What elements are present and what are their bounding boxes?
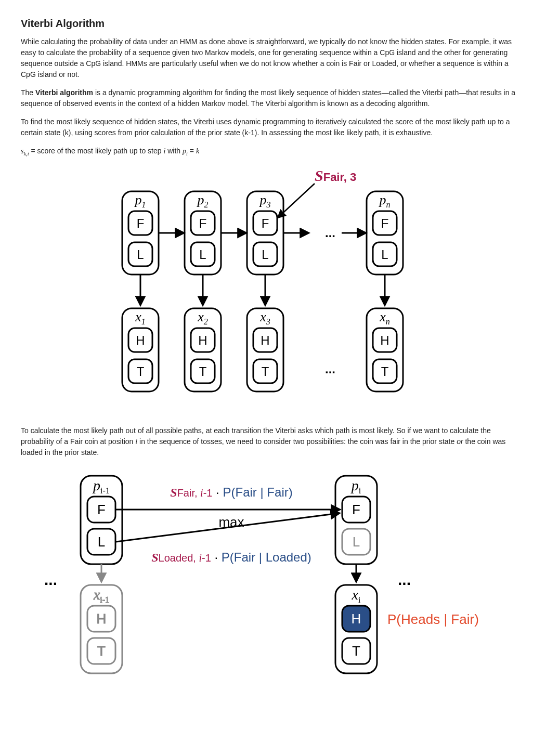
text: The: [21, 88, 35, 97]
state-node-p2: p2 F L: [185, 191, 221, 275]
label-max: max: [218, 514, 244, 530]
state-node-p1: p1 F L: [122, 191, 159, 275]
svg-text:T: T: [137, 364, 145, 379]
svg-text:H: H: [380, 333, 389, 347]
paragraph-2: The Viterbi algorithm is a dynamic progr…: [21, 87, 525, 109]
label-emission: P(Heads | Fair): [387, 611, 479, 627]
svg-text:F: F: [262, 216, 269, 230]
svg-text:L: L: [381, 247, 388, 262]
viterbi-chain-diagram: SFair, 3 p1 F L p2 F L p3 F L pn F L: [86, 165, 460, 415]
obs-node-xi-1: xi-1 H T: [81, 585, 122, 673]
svg-text:T: T: [199, 364, 207, 379]
svg-text:xi-1: xi-1: [93, 586, 109, 604]
svg-text:L: L: [137, 247, 144, 262]
state-node-p3: p3 F L: [247, 191, 283, 275]
text: is a dynamic programming algorithm for f…: [21, 88, 515, 108]
label-sfair-trans: SFair, i-1 · P(Fair | Fair): [170, 485, 292, 499]
section-title: Viterbi Algorithm: [21, 16, 525, 31]
svg-text:H: H: [136, 333, 145, 347]
text: = score of the most likely path up to st…: [29, 147, 164, 155]
svg-text:H: H: [198, 333, 207, 347]
text: in the sequence of tosses, we need to co…: [137, 437, 457, 446]
ellipsis: ...: [325, 362, 335, 376]
svg-text:F: F: [97, 502, 106, 517]
svg-text:F: F: [352, 502, 360, 517]
svg-text:xn: xn: [379, 309, 390, 326]
svg-text:L: L: [98, 534, 105, 550]
obs-node-xn: xn H T: [367, 308, 403, 392]
svg-text:pi: pi: [350, 477, 361, 495]
state-node-pi-1: pi-1 F L: [81, 476, 122, 564]
svg-text:x1: x1: [135, 309, 146, 326]
svg-text:L: L: [199, 247, 206, 262]
svg-text:p1: p1: [134, 192, 146, 209]
svg-text:T: T: [381, 364, 389, 379]
svg-text:H: H: [97, 611, 107, 627]
svg-text:x3: x3: [259, 309, 270, 326]
svg-text:F: F: [137, 216, 145, 230]
obs-node-x3: x3 H T: [247, 308, 283, 392]
paragraph-1: While calculating the probability of dat…: [21, 36, 525, 80]
italic-or: or: [457, 437, 463, 446]
svg-text:pi-1: pi-1: [92, 477, 110, 495]
svg-text:H: H: [261, 333, 269, 347]
svg-text:H: H: [352, 611, 361, 627]
viterbi-transition-diagram: ... pi-1 F L xi-1 H T pi F L xi H T: [29, 465, 517, 684]
svg-text:p3: p3: [259, 192, 271, 209]
paragraph-3: To find the most likely sequence of hidd…: [21, 116, 525, 138]
svg-text:L: L: [262, 247, 268, 262]
obs-node-x2: x2 H T: [185, 308, 221, 392]
svg-text:p2: p2: [197, 192, 209, 209]
svg-text:T: T: [262, 364, 269, 379]
svg-text:T: T: [97, 643, 106, 659]
ellipsis-left: ...: [44, 571, 57, 588]
paragraph-4: To calculate the most likely path out of…: [21, 425, 525, 458]
svg-text:pn: pn: [379, 192, 391, 209]
ellipsis-right: ...: [398, 571, 411, 588]
svg-text:xi: xi: [352, 586, 361, 604]
bold-term: Viterbi algorithm: [35, 88, 93, 97]
svg-text:F: F: [381, 216, 389, 230]
state-node-pi: pi F L: [335, 476, 377, 564]
text: with: [165, 147, 183, 155]
obs-node-xi: xi H T: [335, 585, 377, 673]
svg-text:L: L: [353, 534, 360, 550]
svg-text:T: T: [352, 643, 360, 659]
svg-text:F: F: [199, 216, 207, 230]
state-node-pn: pn F L: [367, 191, 403, 275]
obs-node-x1: x1 H T: [122, 308, 159, 392]
score-definition: sk,i = score of the most likely path up …: [21, 146, 525, 158]
annotation-sfair3: SFair, 3: [315, 167, 356, 184]
ellipsis: ...: [325, 226, 335, 240]
label-sloaded-trans: SLoaded, i-1 · P(Fair | Loaded): [151, 550, 311, 564]
svg-text:x2: x2: [197, 309, 208, 326]
